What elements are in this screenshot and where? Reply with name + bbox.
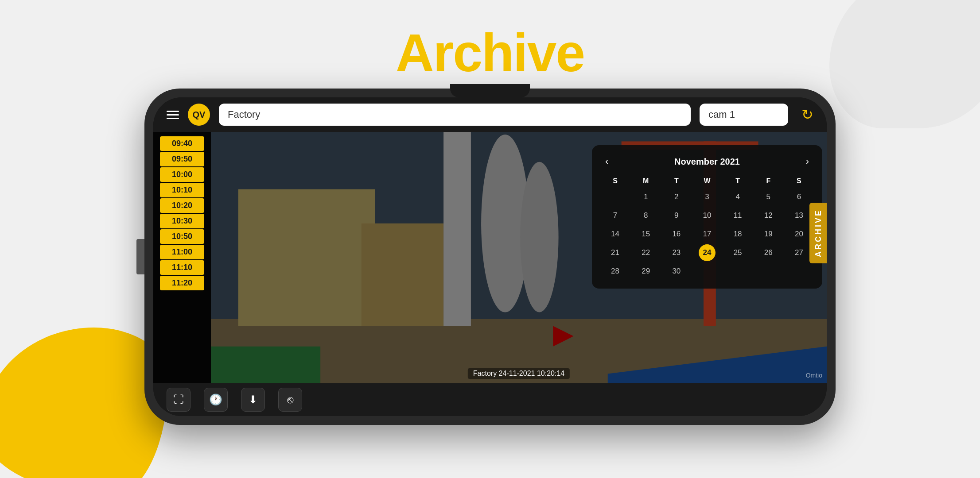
time-list-item[interactable]: 10:20 bbox=[160, 198, 204, 213]
calendar-day[interactable]: 15 bbox=[638, 226, 654, 243]
time-list-item[interactable]: 09:40 bbox=[160, 136, 204, 151]
calendar-prev-button[interactable]: ‹ bbox=[601, 154, 613, 169]
calendar-empty-day bbox=[607, 189, 624, 205]
calendar-day[interactable]: 5 bbox=[760, 189, 777, 205]
time-list-item[interactable]: 10:30 bbox=[160, 214, 204, 228]
calendar-grid: SMTWTFS123456789101112131415161718192021… bbox=[601, 175, 813, 280]
calendar-day[interactable]: 14 bbox=[607, 226, 624, 243]
calendar-day[interactable]: 9 bbox=[668, 207, 685, 224]
calendar-day[interactable]: 27 bbox=[790, 244, 807, 261]
calendar-day-header: M bbox=[631, 175, 660, 187]
logo: QV bbox=[188, 104, 210, 126]
camera-view: ‹ November 2021 › SMTWTFS123456789101112… bbox=[211, 132, 827, 383]
calendar-day[interactable]: 18 bbox=[729, 226, 746, 243]
phone-side-button bbox=[136, 239, 144, 274]
calendar-day[interactable]: 17 bbox=[699, 226, 716, 243]
page-title: Archive bbox=[0, 22, 980, 83]
calendar-nav: ‹ November 2021 › bbox=[601, 154, 813, 169]
menu-button[interactable] bbox=[167, 111, 179, 119]
calendar-day[interactable]: 7 bbox=[607, 207, 624, 224]
calendar-day[interactable]: 23 bbox=[668, 244, 685, 261]
time-list-item[interactable]: 11:10 bbox=[160, 260, 204, 275]
main-content: 09:4009:5010:0010:1010:2010:3010:5011:00… bbox=[153, 132, 827, 383]
camera-watermark: Omtio bbox=[806, 372, 822, 379]
download-button[interactable]: ⬇ bbox=[241, 388, 265, 412]
calendar-day[interactable]: 22 bbox=[638, 244, 654, 261]
calendar-overlay: ‹ November 2021 › SMTWTFS123456789101112… bbox=[592, 145, 822, 289]
calendar-day[interactable]: 28 bbox=[607, 263, 624, 280]
time-list-item[interactable]: 10:00 bbox=[160, 167, 204, 182]
calendar-next-button[interactable]: › bbox=[801, 154, 813, 169]
factory-search-input[interactable] bbox=[219, 104, 691, 126]
phone-mockup: QV ↻ 09:4009:5010:0010:1010:2010:3010:50… bbox=[144, 89, 836, 425]
calendar-month-title: November 2021 bbox=[674, 157, 740, 167]
phone-container: QV ↻ 09:4009:5010:0010:1010:2010:3010:50… bbox=[144, 89, 836, 425]
time-list-item[interactable]: 11:00 bbox=[160, 245, 204, 259]
cam-search-input[interactable] bbox=[700, 104, 788, 126]
calendar-day[interactable]: 26 bbox=[760, 244, 777, 261]
calendar-empty-day bbox=[699, 263, 716, 280]
time-list-item[interactable]: 11:20 bbox=[160, 276, 204, 290]
calendar-day[interactable]: 2 bbox=[668, 189, 685, 205]
calendar-day[interactable]: 19 bbox=[760, 226, 777, 243]
calendar-day[interactable]: 6 bbox=[790, 189, 807, 205]
calendar-day[interactable]: 1 bbox=[638, 189, 654, 205]
calendar-day[interactable]: 10 bbox=[699, 207, 716, 224]
calendar-day-header: F bbox=[754, 175, 783, 187]
refresh-button[interactable]: ↻ bbox=[801, 106, 813, 123]
bottom-toolbar: ⛶🕐⬇⎋ bbox=[153, 383, 827, 416]
calendar-day-header: S bbox=[601, 175, 630, 187]
phone-notch bbox=[450, 84, 530, 97]
calendar-day[interactable]: 8 bbox=[638, 207, 654, 224]
calendar-empty-day bbox=[790, 263, 807, 280]
calendar-day[interactable]: 3 bbox=[699, 189, 716, 205]
share-button[interactable]: ⎋ bbox=[278, 388, 302, 412]
calendar-day[interactable]: 13 bbox=[790, 207, 807, 224]
calendar-day-header: S bbox=[785, 175, 813, 187]
calendar-day-header: W bbox=[692, 175, 721, 187]
calendar-day[interactable]: 25 bbox=[729, 244, 746, 261]
calendar-day[interactable]: 4 bbox=[729, 189, 746, 205]
calendar-day[interactable]: 12 bbox=[760, 207, 777, 224]
phone-screen: QV ↻ 09:4009:5010:0010:1010:2010:3010:50… bbox=[153, 97, 827, 416]
history-button[interactable]: 🕐 bbox=[204, 388, 228, 412]
archive-tab[interactable]: ARCHIVE bbox=[809, 203, 827, 263]
fullscreen-button[interactable]: ⛶ bbox=[167, 388, 191, 412]
camera-timestamp: Factory 24-11-2021 10:20:14 bbox=[468, 368, 570, 379]
header-bar: QV ↻ bbox=[153, 97, 827, 132]
time-list-item[interactable]: 10:10 bbox=[160, 183, 204, 197]
time-list-item[interactable]: 09:50 bbox=[160, 152, 204, 166]
time-list: 09:4009:5010:0010:1010:2010:3010:5011:00… bbox=[153, 132, 211, 383]
calendar-day[interactable]: 11 bbox=[729, 207, 746, 224]
calendar-day-header: T bbox=[662, 175, 691, 187]
calendar-empty-day bbox=[760, 263, 777, 280]
calendar-empty-day bbox=[729, 263, 746, 280]
calendar-day[interactable]: 29 bbox=[638, 263, 654, 280]
calendar-day[interactable]: 24 bbox=[699, 244, 716, 261]
calendar-day[interactable]: 21 bbox=[607, 244, 624, 261]
time-list-item[interactable]: 10:50 bbox=[160, 229, 204, 244]
calendar-day[interactable]: 20 bbox=[790, 226, 807, 243]
calendar-day[interactable]: 30 bbox=[668, 263, 685, 280]
calendar-day[interactable]: 16 bbox=[668, 226, 685, 243]
blob-bottom-left bbox=[0, 328, 168, 478]
calendar-day-header: T bbox=[723, 175, 752, 187]
